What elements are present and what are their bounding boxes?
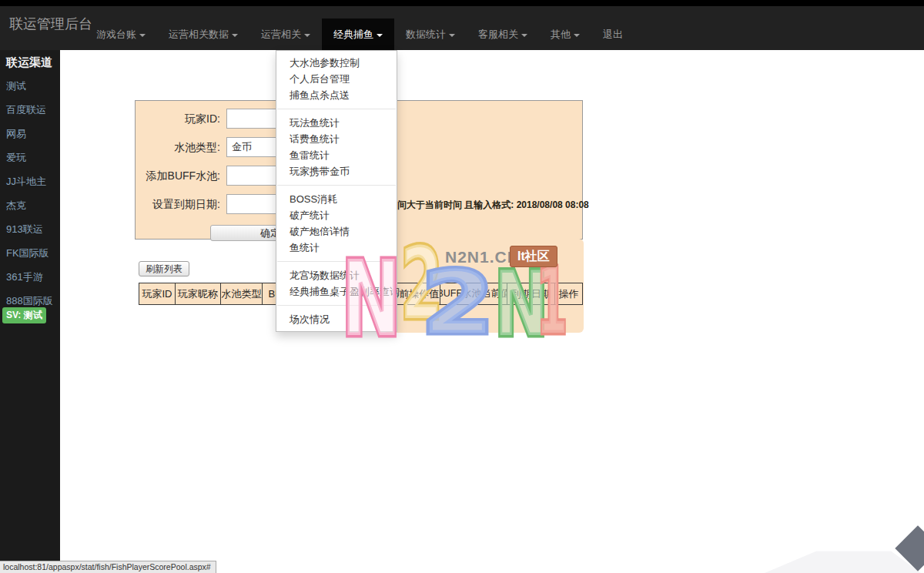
channel-sidebar: 联运渠道 测试 百度联运 网易 爱玩 JJ斗地主 杰克 913联运 FK国际版 … xyxy=(0,50,60,573)
menu-divider xyxy=(277,109,396,109)
dropdown-item-session-status[interactable]: 场次情况 xyxy=(276,311,397,327)
menu-item-statistics[interactable]: 数据统计 xyxy=(394,18,467,50)
dropdown-item-bankrupt-cannon-detail[interactable]: 破产炮倍详情 xyxy=(276,223,397,240)
menu-item-game-ledger[interactable]: 游戏台账 xyxy=(85,18,157,50)
expire-date-label: 设置到期日期: xyxy=(136,194,220,214)
dropdown-item-dragon-palace-stats[interactable]: 龙宫场数据统计 xyxy=(276,267,397,283)
caret-down-icon xyxy=(521,34,527,37)
sidebar-item-jj[interactable]: JJ斗地主 xyxy=(0,169,60,193)
channel-list: 测试 百度联运 网易 爱玩 JJ斗地主 杰克 913联运 FK国际版 361手游… xyxy=(0,74,60,313)
browser-top-strip xyxy=(0,0,924,6)
col-action: 操作 xyxy=(555,283,582,304)
top-navbar: 联运管理后台 游戏台账 运营相关数据 运营相关 经典捕鱼 数据统计 客服相关 其… xyxy=(0,6,924,50)
dropdown-item-playfish-stats[interactable]: 玩法鱼统计 xyxy=(276,115,397,131)
server-badge: SV: 测试 xyxy=(2,307,46,323)
dropdown-item-bankrupt-stats[interactable]: 破产统计 xyxy=(276,207,397,223)
buff-pool-label: 添加BUFF水池: xyxy=(136,166,220,186)
col-player-id: 玩家ID xyxy=(139,283,176,304)
menu-item-customer-service[interactable]: 客服相关 xyxy=(467,18,539,50)
sidebar-item-fk[interactable]: FK国际版 xyxy=(0,241,60,265)
sidebar-item-jieke[interactable]: 杰克 xyxy=(0,193,60,217)
refresh-list-button[interactable]: 刷新列表 xyxy=(139,261,189,276)
col-buff-pool-current: BUFF水池当前值 xyxy=(440,283,508,304)
dropdown-item-player-coins[interactable]: 玩家携带金币 xyxy=(276,163,397,179)
col-player-nick: 玩家昵称 xyxy=(176,283,221,304)
sidebar-item-netease[interactable]: 网易 xyxy=(0,122,60,146)
dropdown-item-personal-admin[interactable]: 个人后台管理 xyxy=(276,71,397,87)
menu-divider xyxy=(277,261,396,262)
menu-divider xyxy=(277,305,396,306)
dropdown-item-fish-point-kill[interactable]: 捕鱼点杀点送 xyxy=(276,87,397,103)
menu-item-classic-fishing[interactable]: 经典捕鱼 xyxy=(322,18,394,50)
dropdown-item-torpedo-stats[interactable]: 鱼雷统计 xyxy=(276,147,397,163)
caret-down-icon xyxy=(574,34,580,37)
caret-down-icon xyxy=(377,34,383,37)
menu-divider xyxy=(277,185,396,186)
menu-item-operation-data[interactable]: 运营相关数据 xyxy=(157,18,249,50)
menu-item-logout[interactable]: 退出 xyxy=(591,18,634,50)
dropdown-item-boss-consume[interactable]: BOSS消耗 xyxy=(276,191,397,207)
sidebar-title: 联运渠道 xyxy=(0,50,60,74)
browser-status-url: localhost:81/appaspx/stat/fish/FishPlaye… xyxy=(0,561,216,573)
caret-down-icon xyxy=(232,34,238,37)
col-expire-date: 到期日期 xyxy=(507,283,555,304)
classic-fishing-dropdown: 大水池参数控制 个人后台管理 捕鱼点杀点送 玩法鱼统计 话费鱼统计 鱼雷统计 玩… xyxy=(276,50,397,332)
app-title: 联运管理后台 xyxy=(9,15,92,33)
dropdown-item-fish-stats[interactable]: 鱼统计 xyxy=(276,240,397,256)
menu-item-other[interactable]: 其他 xyxy=(539,18,591,50)
sidebar-item-test[interactable]: 测试 xyxy=(0,74,60,98)
pool-type-label: 水池类型: xyxy=(136,137,220,157)
dropdown-item-phonefee-fish-stats[interactable]: 话费鱼统计 xyxy=(276,131,397,147)
sidebar-item-913[interactable]: 913联运 xyxy=(0,217,60,241)
date-format-hint: 间大于当前时间 且输入格式: 2018/08/08 08:08 xyxy=(397,199,589,212)
dropdown-item-big-pool-params[interactable]: 大水池参数控制 xyxy=(276,55,397,71)
sidebar-item-361[interactable]: 361手游 xyxy=(0,265,60,289)
col-pool-type: 水池类型 xyxy=(221,283,263,304)
sidebar-item-baidu[interactable]: 百度联运 xyxy=(0,98,60,122)
caret-down-icon xyxy=(304,34,310,37)
dropdown-item-table-profit-query[interactable]: 经典捕鱼桌子盈利率查询 xyxy=(276,283,397,300)
caret-down-icon xyxy=(449,34,455,37)
menu-item-operation[interactable]: 运营相关 xyxy=(249,18,322,50)
sidebar-item-aiwan[interactable]: 爱玩 xyxy=(0,146,60,169)
corner-light-shape xyxy=(765,548,921,573)
player-id-label: 玩家ID: xyxy=(136,109,220,129)
caret-down-icon xyxy=(139,34,146,37)
main-menu: 游戏台账 运营相关数据 运营相关 经典捕鱼 数据统计 客服相关 其他 退出 xyxy=(85,18,634,50)
